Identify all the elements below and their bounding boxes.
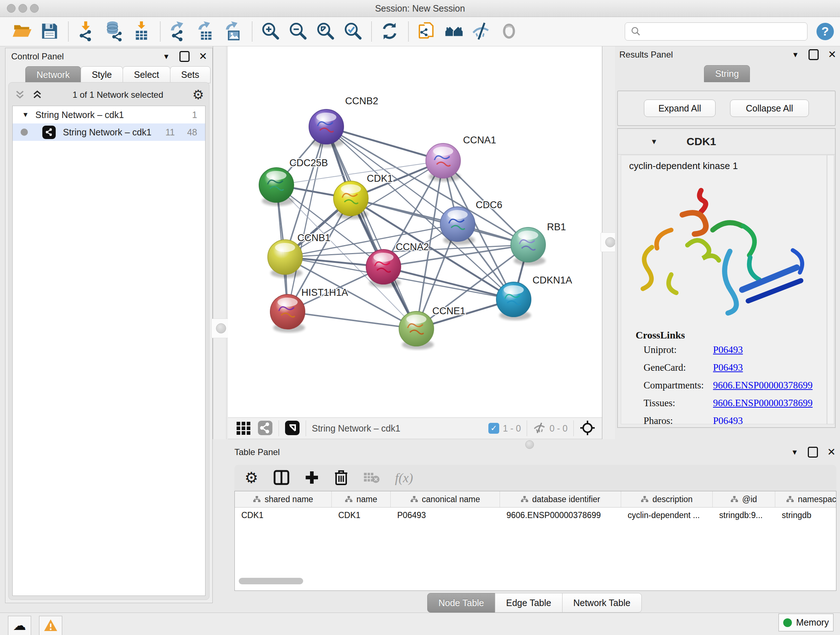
- birds-eye-view-icon[interactable]: [285, 420, 300, 437]
- column-header-shared-name[interactable]: shared name: [235, 491, 332, 507]
- right-panel-divider[interactable]: [602, 46, 616, 439]
- network-node-CCNE1[interactable]: [399, 311, 434, 349]
- network-node-CDK1[interactable]: [333, 181, 368, 219]
- collapse-all-icon[interactable]: [14, 88, 26, 102]
- node-table: shared namenamecanonical namedatabase id…: [234, 491, 836, 591]
- toolbar-separator: [68, 22, 69, 41]
- add-column-icon[interactable]: [305, 470, 319, 486]
- tab-string[interactable]: String: [704, 65, 750, 82]
- export-table-button[interactable]: [195, 20, 217, 43]
- network-edge-CCNB2-CCNE1[interactable]: [326, 127, 416, 329]
- edge-count: 48: [187, 127, 197, 138]
- collapse-triangle-icon[interactable]: ▼: [22, 111, 29, 119]
- selected-checkbox-icon[interactable]: ✓: [488, 423, 499, 434]
- open-session-button[interactable]: [11, 20, 33, 43]
- export-image-button[interactable]: [222, 20, 245, 43]
- tab-sets[interactable]: Sets: [170, 66, 210, 83]
- zoom-out-button[interactable]: [286, 20, 309, 43]
- import-network-icon: [76, 21, 97, 43]
- toolbar-search[interactable]: [625, 22, 807, 41]
- crosslink-label: Pharos:: [644, 415, 713, 424]
- grid-view-icon[interactable]: [236, 420, 251, 437]
- network-tree-collection-row[interactable]: ▼ String Network – cdk1 1: [13, 106, 205, 124]
- network-node-CCNB1[interactable]: [268, 240, 302, 278]
- panel-menu-icon[interactable]: ▼: [163, 52, 170, 61]
- crosslink-link[interactable]: 9606.ENSP00000378699: [713, 397, 813, 409]
- status-bar: ☁ Memory: [0, 613, 840, 635]
- import-network-database-button[interactable]: [103, 20, 125, 43]
- column-header-name[interactable]: name: [332, 491, 391, 507]
- column-header-description[interactable]: description: [621, 491, 713, 507]
- network-edge-CCNB2-CCNA1[interactable]: [326, 127, 443, 161]
- zoom-fit-button[interactable]: [314, 20, 336, 43]
- network-node-CDC6[interactable]: [440, 207, 475, 245]
- show-all-button[interactable]: [498, 20, 520, 43]
- node-label-HIST1H1A: HIST1H1A: [302, 287, 348, 298]
- close-panel-icon[interactable]: ✕: [828, 50, 836, 60]
- collapse-section-icon[interactable]: ▼: [651, 138, 658, 146]
- crosslink-link[interactable]: P06493: [713, 344, 743, 356]
- cloud-button[interactable]: ☁: [8, 616, 31, 635]
- tab-select[interactable]: Select: [123, 66, 170, 83]
- crosslink-link[interactable]: P06493: [713, 415, 743, 424]
- help-button[interactable]: ?: [815, 22, 835, 41]
- tab-network-table[interactable]: Network Table: [562, 593, 642, 613]
- zoom-selected-button[interactable]: [341, 20, 364, 43]
- network-tree-network-row[interactable]: String Network – cdk1 11 48: [13, 124, 205, 141]
- panel-menu-icon[interactable]: ▼: [791, 448, 798, 456]
- control-panel-title: Control Panel: [11, 51, 64, 62]
- memory-button[interactable]: Memory: [778, 614, 834, 631]
- tab-edge-table[interactable]: Edge Table: [495, 593, 562, 613]
- zoom-in-button[interactable]: [259, 20, 281, 43]
- crosslink-link[interactable]: P06493: [713, 362, 743, 373]
- network-node-CCNB2[interactable]: [309, 109, 344, 147]
- table-horizontal-scrollbar[interactable]: [239, 578, 303, 584]
- crosshair-icon[interactable]: [579, 420, 595, 437]
- network-view-icon[interactable]: [257, 420, 273, 437]
- column-header-namespac[interactable]: namespac: [775, 491, 836, 507]
- collapse-all-button[interactable]: Collapse All: [730, 100, 809, 117]
- show-columns-icon[interactable]: [273, 470, 289, 486]
- network-node-CDC25B[interactable]: [259, 168, 294, 206]
- crosslink-link[interactable]: 9606.ENSP00000378699: [713, 380, 813, 391]
- panel-menu-icon[interactable]: ▼: [792, 51, 799, 59]
- left-panel-divider[interactable]: [213, 46, 226, 439]
- import-table-file-button[interactable]: [130, 20, 153, 43]
- search-input[interactable]: [645, 26, 802, 37]
- column-header-canonical-name[interactable]: canonical name: [391, 491, 500, 507]
- expand-all-button[interactable]: Expand All: [644, 100, 715, 117]
- export-network-button[interactable]: [167, 20, 189, 43]
- network-node-RB1[interactable]: [511, 227, 546, 265]
- delete-column-trash-icon[interactable]: [334, 470, 348, 486]
- tab-node-table[interactable]: Node Table: [427, 593, 495, 613]
- close-panel-icon[interactable]: ✕: [199, 51, 207, 62]
- network-node-CDKN1A[interactable]: [496, 282, 531, 320]
- expand-all-icon[interactable]: [31, 88, 43, 102]
- hide-selected-button[interactable]: [470, 20, 493, 43]
- refresh-button[interactable]: [378, 20, 401, 43]
- first-neighbors-button[interactable]: [443, 20, 465, 43]
- float-panel-icon[interactable]: [808, 447, 818, 458]
- column-header-@id[interactable]: @id: [713, 491, 775, 507]
- network-from-selection-button[interactable]: [415, 20, 438, 43]
- import-network-file-button[interactable]: [75, 20, 98, 43]
- results-scrollbar[interactable]: [827, 155, 834, 424]
- float-panel-icon[interactable]: [808, 49, 819, 60]
- column-header-database-identifier[interactable]: database identifier: [500, 491, 621, 507]
- close-panel-icon[interactable]: ✕: [827, 447, 836, 457]
- network-node-HIST1H1A[interactable]: [270, 295, 305, 333]
- network-edge-HIST1H1A-CCNE1[interactable]: [287, 312, 416, 329]
- save-session-button[interactable]: [38, 20, 61, 43]
- float-panel-icon[interactable]: [180, 51, 189, 62]
- warnings-button[interactable]: [39, 616, 62, 635]
- tab-network[interactable]: Network: [25, 66, 81, 83]
- network-edge-CCNA2-CDKN1A[interactable]: [384, 267, 514, 299]
- gear-icon[interactable]: ⚙: [193, 88, 204, 101]
- table-settings-gear-icon[interactable]: ⚙: [245, 470, 258, 486]
- tab-style[interactable]: Style: [81, 66, 123, 83]
- network-node-CCNA2[interactable]: [366, 249, 401, 287]
- string-network-graph[interactable]: CCNB2CCNA1CDC25BCDK1CDC6RB1CCNB1CCNA2CDK…: [228, 46, 602, 417]
- network-canvas[interactable]: CCNB2CCNA1CDC25BCDK1CDC6RB1CCNB1CCNA2CDK…: [228, 46, 602, 417]
- network-node-CCNA1[interactable]: [426, 143, 461, 181]
- table-row[interactable]: CDK1CDK1P064939606.ENSP00000378699cyclin…: [235, 508, 836, 523]
